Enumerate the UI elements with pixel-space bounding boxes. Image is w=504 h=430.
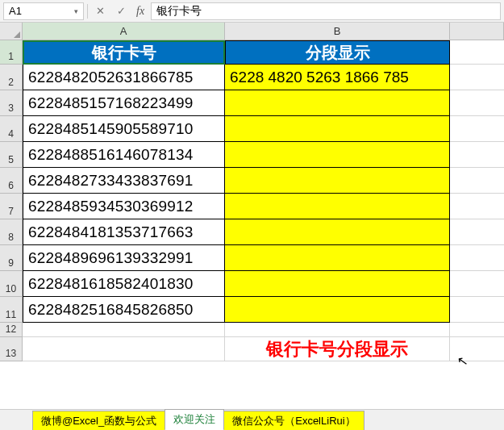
column-header-B[interactable]: B bbox=[225, 23, 450, 40]
row-header[interactable]: 8 bbox=[0, 219, 23, 245]
cell-empty bbox=[450, 194, 504, 219]
cell-segmented[interactable] bbox=[225, 116, 450, 142]
cell-segmented[interactable]: 6228 4820 5263 1866 785 bbox=[225, 65, 450, 90]
row-header[interactable]: 7 bbox=[0, 194, 23, 219]
cell-segmented[interactable] bbox=[225, 271, 450, 297]
row-header[interactable]: 12 bbox=[0, 323, 23, 337]
cancel-icon[interactable]: ✕ bbox=[91, 2, 109, 20]
cell-card-number[interactable]: 6228482733433837691 bbox=[23, 168, 225, 194]
cell-segmented[interactable] bbox=[225, 219, 450, 245]
row-header[interactable]: 3 bbox=[0, 90, 23, 116]
cell-card-number[interactable]: 6228485157168223499 bbox=[23, 90, 225, 116]
sheet-tab[interactable]: 微信公众号（ExcelLiRui） bbox=[223, 411, 364, 430]
cell-empty bbox=[450, 65, 504, 90]
cell-empty[interactable] bbox=[23, 323, 225, 337]
cell-segmented[interactable] bbox=[225, 297, 450, 323]
grid-rows: 1 银行卡号 分段显示 262284820526318667856228 482… bbox=[0, 40, 504, 361]
cell-segmented[interactable] bbox=[225, 245, 450, 271]
cell-empty bbox=[450, 116, 504, 142]
sheet-tab[interactable]: 微博@Excel_函数与公式 bbox=[32, 411, 165, 430]
name-box[interactable]: A1 ▾ bbox=[3, 2, 84, 20]
caption-text[interactable]: 银行卡号分段显示 bbox=[225, 337, 450, 361]
row-header[interactable]: 10 bbox=[0, 271, 23, 297]
row-header[interactable]: 4 bbox=[0, 116, 23, 142]
cell-card-number[interactable]: 6228485145905589710 bbox=[23, 116, 225, 142]
cell-empty bbox=[450, 323, 504, 337]
cell-empty bbox=[450, 219, 504, 245]
formula-bar: A1 ▾ ✕ ✓ fx 银行卡号 bbox=[0, 0, 504, 23]
column-header-rest bbox=[450, 23, 504, 40]
cell-empty bbox=[450, 90, 504, 116]
row-header[interactable]: 6 bbox=[0, 168, 23, 194]
name-box-dropdown-icon[interactable]: ▾ bbox=[74, 7, 78, 15]
header-cell-A[interactable]: 银行卡号 bbox=[23, 40, 225, 65]
cell-card-number[interactable]: 6228489696139332991 bbox=[23, 245, 225, 271]
cell-empty bbox=[450, 168, 504, 194]
name-box-value: A1 bbox=[9, 5, 22, 17]
cell-segmented[interactable] bbox=[225, 168, 450, 194]
header-cell-B[interactable]: 分段显示 bbox=[225, 40, 450, 65]
row-header[interactable]: 9 bbox=[0, 245, 23, 271]
row-header[interactable]: 13 bbox=[0, 337, 23, 361]
row-header[interactable]: 5 bbox=[0, 142, 23, 168]
cell-card-number[interactable]: 6228488516146078134 bbox=[23, 142, 225, 168]
cell-segmented[interactable] bbox=[225, 90, 450, 116]
fx-icon[interactable]: fx bbox=[133, 5, 148, 18]
cell-segmented[interactable] bbox=[225, 194, 450, 219]
sheet-tabs: 微博@Excel_函数与公式 欢迎关注 微信公众号（ExcelLiRui） bbox=[0, 409, 504, 430]
sheet-tab-active[interactable]: 欢迎关注 bbox=[165, 409, 224, 430]
cell-card-number[interactable]: 6228484181353717663 bbox=[23, 219, 225, 245]
separator bbox=[87, 4, 88, 19]
cell-empty[interactable] bbox=[23, 337, 225, 361]
spreadsheet-grid: A B 1 银行卡号 分段显示 262284820526318667856228… bbox=[0, 23, 504, 409]
row-header[interactable]: 2 bbox=[0, 65, 23, 90]
cell-segmented[interactable] bbox=[225, 142, 450, 168]
row-header[interactable]: 1 bbox=[0, 40, 23, 65]
formula-input[interactable]: 银行卡号 bbox=[151, 2, 501, 20]
cell-empty bbox=[450, 271, 504, 297]
formula-value: 银行卡号 bbox=[156, 4, 202, 19]
cell-empty bbox=[450, 142, 504, 168]
cell-empty bbox=[450, 297, 504, 323]
cell-empty[interactable] bbox=[225, 323, 450, 337]
cell-empty bbox=[450, 245, 504, 271]
cell-card-number[interactable]: 6228482516845826850 bbox=[23, 297, 225, 323]
cell-card-number[interactable]: 6228485934530369912 bbox=[23, 194, 225, 219]
column-header-A[interactable]: A bbox=[23, 23, 225, 40]
confirm-icon[interactable]: ✓ bbox=[112, 2, 130, 20]
column-headers: A B bbox=[0, 23, 504, 40]
cell-empty bbox=[450, 40, 504, 65]
cell-card-number[interactable]: 6228481618582401830 bbox=[23, 271, 225, 297]
row-header[interactable]: 11 bbox=[0, 297, 23, 323]
cell-card-number[interactable]: 6228482052631866785 bbox=[23, 65, 225, 90]
select-all-corner[interactable] bbox=[0, 23, 23, 40]
